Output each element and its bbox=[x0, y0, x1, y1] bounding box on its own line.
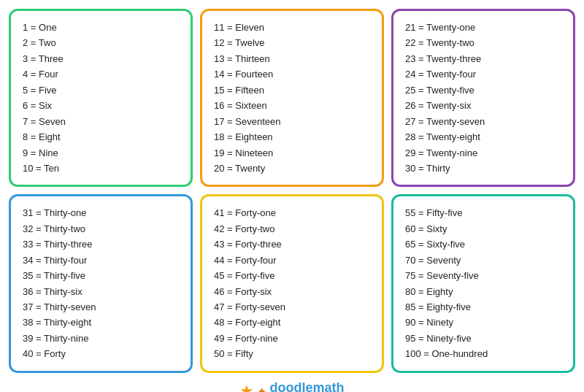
number-item: 17 = Seventeen bbox=[214, 114, 370, 129]
logo-container: ★ ✦ doodlemath By Discovery Education bbox=[239, 380, 344, 392]
number-item: 1 = One bbox=[23, 20, 179, 35]
number-item: 38 = Thirty-eight bbox=[23, 315, 179, 330]
star-icon-2: ✦ bbox=[257, 385, 266, 392]
number-item: 31 = Thirty-one bbox=[23, 205, 179, 220]
number-item: 47 = Forty-seven bbox=[214, 299, 370, 315]
doodle-label: doodlemath bbox=[269, 380, 344, 392]
number-item: 70 = Seventy bbox=[405, 253, 561, 268]
number-item: 26 = Twenty-six bbox=[405, 98, 561, 113]
number-item: 100 = One-hundred bbox=[405, 346, 561, 361]
number-item: 27 = Twenty-seven bbox=[405, 114, 561, 129]
number-item: 46 = Forty-six bbox=[214, 284, 370, 299]
number-item: 25 = Twenty-five bbox=[405, 82, 561, 98]
number-item: 11 = Eleven bbox=[214, 20, 370, 35]
number-item: 12 = Twelve bbox=[214, 35, 370, 50]
number-item: 5 = Five bbox=[23, 82, 179, 98]
number-item: 90 = Ninety bbox=[405, 315, 561, 330]
number-item: 3 = Three bbox=[23, 51, 179, 66]
number-item: 19 = Nineteen bbox=[214, 145, 370, 161]
number-item: 24 = Twenty-four bbox=[405, 66, 561, 82]
number-item: 23 = Twenty-three bbox=[405, 51, 561, 66]
number-item: 41 = Forty-one bbox=[214, 205, 370, 220]
number-item: 7 = Seven bbox=[23, 114, 179, 129]
number-item: 21 = Twenty-one bbox=[405, 20, 561, 35]
footer: ★ ✦ doodlemath By Discovery Education bbox=[239, 380, 344, 392]
number-card-2: 11 = Eleven12 = Twelve13 = Thirteen14 = … bbox=[200, 9, 384, 187]
number-item: 14 = Fourteen bbox=[214, 66, 370, 82]
number-card-6: 55 = Fifty-five60 = Sixty65 = Sixty-five… bbox=[391, 194, 575, 372]
number-item: 75 = Seventy-five bbox=[405, 268, 561, 283]
number-item: 55 = Fifty-five bbox=[405, 205, 561, 220]
number-item: 44 = Forty-four bbox=[214, 253, 370, 268]
number-item: 29 = Twenty-nine bbox=[405, 145, 561, 161]
number-item: 85 = Eighty-five bbox=[405, 299, 561, 315]
number-item: 65 = Sixty-five bbox=[405, 237, 561, 252]
number-item: 37 = Thirty-seven bbox=[23, 299, 179, 315]
number-item: 32 = Thirty-two bbox=[23, 221, 179, 237]
number-item: 16 = Sixteen bbox=[214, 98, 370, 113]
number-item: 48 = Forty-eight bbox=[214, 315, 370, 330]
number-item: 20 = Twenty bbox=[214, 161, 370, 176]
number-item: 18 = Eighteen bbox=[214, 129, 370, 145]
number-item: 40 = Forty bbox=[23, 346, 179, 361]
number-item: 33 = Thirty-three bbox=[23, 237, 179, 252]
number-item: 4 = Four bbox=[23, 66, 179, 82]
number-item: 15 = Fifteen bbox=[214, 82, 370, 98]
number-item: 30 = Thirty bbox=[405, 161, 561, 176]
number-item: 60 = Sixty bbox=[405, 221, 561, 237]
number-item: 80 = Eighty bbox=[405, 284, 561, 299]
number-card-3: 21 = Twenty-one22 = Twenty-two23 = Twent… bbox=[391, 9, 575, 187]
number-item: 35 = Thirty-five bbox=[23, 268, 179, 283]
brand-text: doodlemath By Discovery Education bbox=[269, 380, 344, 392]
number-item: 2 = Two bbox=[23, 35, 179, 50]
number-item: 42 = Forty-two bbox=[214, 221, 370, 237]
number-item: 6 = Six bbox=[23, 98, 179, 113]
number-item: 39 = Thirty-nine bbox=[23, 331, 179, 346]
number-card-5: 41 = Forty-one42 = Forty-two43 = Forty-t… bbox=[200, 194, 384, 372]
star-icon: ★ bbox=[239, 382, 254, 392]
number-card-1: 1 = One2 = Two3 = Three4 = Four5 = Five6… bbox=[9, 9, 193, 187]
number-item: 45 = Forty-five bbox=[214, 268, 370, 283]
number-item: 95 = Ninety-five bbox=[405, 331, 561, 346]
number-item: 34 = Thirty-four bbox=[23, 253, 179, 268]
number-grid: 1 = One2 = Two3 = Three4 = Four5 = Five6… bbox=[9, 9, 575, 373]
number-item: 49 = Forty-nine bbox=[214, 331, 370, 346]
number-item: 28 = Twenty-eight bbox=[405, 129, 561, 145]
number-item: 36 = Thirty-six bbox=[23, 284, 179, 299]
number-item: 13 = Thirteen bbox=[214, 51, 370, 66]
number-item: 10 = Ten bbox=[23, 161, 179, 176]
number-item: 43 = Forty-three bbox=[214, 237, 370, 252]
number-item: 8 = Eight bbox=[23, 129, 179, 145]
number-item: 9 = Nine bbox=[23, 145, 179, 161]
number-item: 50 = Fifty bbox=[214, 346, 370, 361]
number-item: 22 = Twenty-two bbox=[405, 35, 561, 50]
number-card-4: 31 = Thirty-one32 = Thirty-two33 = Thirt… bbox=[9, 194, 193, 372]
